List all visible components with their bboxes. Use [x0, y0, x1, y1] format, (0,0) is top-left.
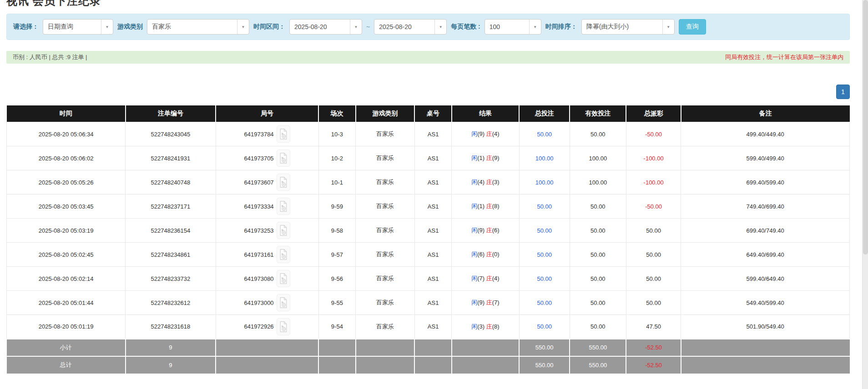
- cell-game-type: 百家乐: [356, 315, 415, 339]
- table-row: 2025-08-20 05:01:44 522748232612 6419730…: [7, 291, 850, 315]
- currency-summary-text: 币别 : 人民币 | 总共 :9 注单 |: [13, 54, 87, 61]
- result-banker-score: (9): [492, 155, 500, 161]
- total-bet-link[interactable]: 50.00: [537, 227, 552, 234]
- total-bet-link[interactable]: 50.00: [537, 275, 552, 282]
- cell-result: 闲(4) 庄(3): [452, 170, 519, 194]
- cell-payout: -100.00: [626, 146, 681, 170]
- chevron-down-icon: ▼: [101, 20, 113, 34]
- total-payout: -52.50: [626, 356, 681, 374]
- result-banker-score: (4): [492, 275, 500, 282]
- subtotal-total-bet: 550.00: [519, 339, 570, 356]
- cell-total-bet: 100.00: [519, 170, 570, 194]
- total-bet-link[interactable]: 50.00: [537, 251, 552, 258]
- cell-remark: 699.40/749.40: [681, 219, 850, 243]
- cell-result: 闲(9) 庄(6): [452, 219, 519, 243]
- cell-round-id: 641973607: [216, 170, 318, 194]
- page-size-select[interactable]: 100 ▼: [484, 19, 541, 35]
- date-range-tilde: ~: [366, 23, 370, 30]
- cell-round-id: 641973000: [216, 291, 318, 315]
- cell-valid-bet: 50.00: [570, 315, 626, 339]
- cell-total-bet: 100.00: [519, 146, 570, 170]
- page-content: 视讯 会员下注纪录 请选择： 日期查询 ▼ 游戏类别 百家乐 ▼ 时间区间： 2…: [6, 0, 850, 374]
- total-bet-link[interactable]: 50.00: [537, 203, 552, 210]
- date-from-select[interactable]: 2025-08-20 ▼: [289, 19, 362, 35]
- chevron-down-icon: ▼: [434, 20, 446, 34]
- video-replay-button[interactable]: [277, 270, 290, 287]
- chevron-down-icon: ▼: [237, 20, 249, 34]
- cell-session: 9-57: [318, 243, 356, 267]
- subtotal-row: 小计 9 550.00 550.00 -52.50: [7, 339, 850, 356]
- total-bet-link[interactable]: 50.00: [537, 131, 552, 138]
- result-banker-score: (7): [492, 299, 500, 306]
- result-banker-label: 庄: [486, 227, 492, 234]
- cell-payout: -50.00: [626, 194, 681, 219]
- cell-bet-id: 522748240748: [126, 170, 216, 194]
- total-bet-link[interactable]: 50.00: [537, 323, 552, 330]
- result-banker-label: 庄: [486, 323, 492, 330]
- table-row: 2025-08-20 05:01:19 522748231618 6419729…: [7, 315, 850, 339]
- result-player-label: 闲: [471, 203, 477, 209]
- video-replay-button[interactable]: [277, 246, 290, 263]
- total-valid-bet: 550.00: [570, 356, 626, 374]
- video-replay-button[interactable]: [277, 198, 290, 215]
- result-player-score: (4): [477, 179, 484, 185]
- sort-order-value: 降幂(由大到小): [582, 23, 662, 31]
- cell-valid-bet: 50.00: [570, 267, 626, 291]
- result-banker-label: 庄: [486, 299, 492, 306]
- filter-panel: 请选择： 日期查询 ▼ 游戏类别 百家乐 ▼ 时间区间： 2025-08-20 …: [6, 14, 850, 40]
- video-replay-button[interactable]: [277, 150, 290, 167]
- scrollbar-thumb[interactable]: [863, 0, 868, 254]
- video-replay-button[interactable]: [277, 318, 290, 335]
- cell-result: 闲(1) 庄(9): [452, 146, 519, 170]
- result-player-label: 闲: [471, 323, 477, 330]
- cell-session: 10-3: [318, 122, 356, 146]
- date-to-select[interactable]: 2025-08-20 ▼: [374, 19, 447, 35]
- browser-scrollbar[interactable]: [862, 0, 868, 389]
- video-replay-button[interactable]: [277, 125, 290, 143]
- cell-game-type: 百家乐: [356, 243, 415, 267]
- cell-bet-id: 522748232612: [126, 291, 216, 315]
- subtotal-count: 9: [126, 339, 216, 356]
- cell-payout: 50.00: [626, 219, 681, 243]
- cell-game-type: 百家乐: [356, 219, 415, 243]
- search-button[interactable]: 查询: [679, 19, 706, 35]
- video-replay-button[interactable]: [277, 222, 290, 239]
- video-file-icon: [279, 297, 288, 309]
- table-header: 时间 注单编号 局号 场次 游戏类别 桌号 结果 总投注 有效投注 总派彩 备注: [7, 105, 850, 122]
- cell-result: 闲(1) 庄(8): [452, 194, 519, 219]
- table-row: 2025-08-20 05:02:14 522748233732 6419730…: [7, 267, 850, 291]
- cell-bet-id: 522748231618: [126, 315, 216, 339]
- chevron-down-icon: ▼: [662, 20, 674, 34]
- cell-bet-id: 522748234861: [126, 243, 216, 267]
- cell-valid-bet: 50.00: [570, 243, 626, 267]
- sort-order-select[interactable]: 降幂(由大到小) ▼: [581, 19, 675, 35]
- result-player-score: (7): [477, 275, 484, 282]
- cell-game-type: 百家乐: [356, 146, 415, 170]
- col-header-game-type: 游戏类别: [356, 105, 415, 122]
- col-header-remark: 备注: [681, 105, 850, 122]
- cell-bet-id: 522748237171: [126, 194, 216, 219]
- result-banker-label: 庄: [486, 275, 492, 282]
- query-mode-select[interactable]: 日期查询 ▼: [43, 19, 113, 35]
- cell-round-id: 641973784: [216, 122, 318, 146]
- result-banker-label: 庄: [486, 251, 492, 258]
- cell-valid-bet: 100.00: [570, 170, 626, 194]
- cell-game-type: 百家乐: [356, 291, 415, 315]
- bet-records-table: 时间 注单编号 局号 场次 游戏类别 桌号 结果 总投注 有效投注 总派彩 备注…: [6, 105, 850, 374]
- video-replay-button[interactable]: [277, 294, 290, 311]
- total-bet-link[interactable]: 100.00: [535, 179, 554, 186]
- result-banker-score: (8): [492, 323, 500, 330]
- col-header-payout: 总派彩: [626, 105, 681, 122]
- total-bet-link[interactable]: 50.00: [537, 299, 552, 306]
- result-player-score: (3): [477, 323, 484, 330]
- result-player-score: (1): [477, 203, 484, 209]
- video-replay-button[interactable]: [277, 174, 290, 191]
- cell-session: 10-2: [318, 146, 356, 170]
- cell-total-bet: 50.00: [519, 291, 570, 315]
- page-1-button[interactable]: 1: [836, 85, 850, 99]
- total-bet-link[interactable]: 100.00: [535, 155, 554, 162]
- col-header-table-no: 桌号: [414, 105, 452, 122]
- cell-time: 2025-08-20 05:06:02: [7, 146, 126, 170]
- game-type-select[interactable]: 百家乐 ▼: [147, 19, 249, 35]
- result-player-label: 闲: [471, 179, 477, 185]
